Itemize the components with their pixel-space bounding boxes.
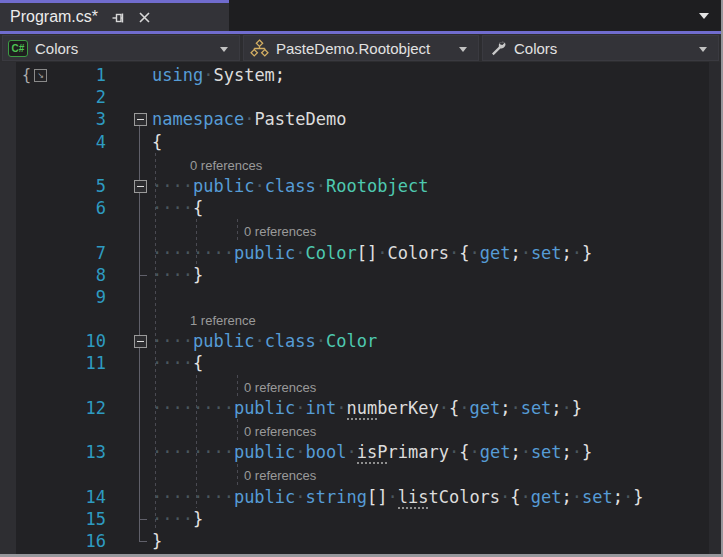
code-line[interactable]: ········public·int·numberKey·{·get;·set;… [152, 397, 582, 419]
line-number[interactable]: 7 [0, 242, 110, 264]
codelens-link[interactable]: 1 reference [152, 313, 256, 328]
code-line[interactable]: } [152, 530, 162, 552]
code-row: 12········public·int·numberKey·{·get;·se… [0, 397, 709, 419]
code-row: 3namespace·PasteDemo [0, 108, 709, 130]
line-number[interactable]: 16 [0, 530, 110, 552]
codelens-row: 0 references [0, 219, 709, 241]
outline-margin [110, 419, 152, 441]
code-line[interactable]: { [152, 131, 162, 153]
outline-margin [110, 352, 152, 374]
vs-editor-window: Program.cs* C# [0, 0, 723, 557]
codelens-row: 0 references [0, 419, 709, 441]
line-number[interactable]: 10 [0, 330, 110, 352]
vertical-scrollbar[interactable] [709, 62, 721, 554]
project-dropdown[interactable]: C# Colors [2, 35, 240, 61]
editor-rows: 1using·System;23namespace·PasteDemo4{0 r… [0, 64, 709, 552]
line-number[interactable]: 2 [0, 86, 110, 108]
outline-margin [110, 330, 152, 352]
outline-margin [110, 308, 152, 330]
code-line[interactable]: ····} [152, 264, 203, 286]
document-tab[interactable]: Program.cs* [0, 3, 229, 31]
line-number[interactable]: 1 [0, 64, 110, 86]
line-number[interactable]: 8 [0, 264, 110, 286]
code-row: 1using·System; [0, 64, 709, 86]
outline-margin [110, 441, 152, 463]
code-line[interactable]: ····{ [152, 197, 203, 219]
codelens-row: 0 references [0, 463, 709, 485]
line-number[interactable]: 13 [0, 441, 110, 463]
type-dropdown[interactable]: PasteDemo.Rootobject [243, 35, 479, 61]
project-dropdown-label: Colors [35, 40, 78, 57]
outline-margin [110, 530, 152, 552]
outline-margin [110, 286, 152, 308]
code-line[interactable]: ····public·class·Color [152, 330, 377, 352]
line-number[interactable]: 11 [0, 352, 110, 374]
outline-margin [110, 463, 152, 485]
member-dropdown[interactable]: Colors [482, 35, 719, 61]
outline-margin [110, 375, 152, 397]
code-row: 9 [0, 286, 709, 308]
outline-margin [110, 508, 152, 530]
member-dropdown-label: Colors [514, 40, 557, 57]
fold-collapse-box[interactable] [134, 113, 147, 126]
codelens-row: 1 reference [0, 308, 709, 330]
codelens-row: 0 references [0, 153, 709, 175]
fold-collapse-box[interactable] [134, 180, 147, 193]
chevron-down-icon [220, 47, 228, 52]
class-icon [250, 39, 269, 58]
editor[interactable]: { ↘ 1using·System;23namespace·PasteDemo4… [0, 62, 721, 554]
codelens-link[interactable]: 0 references [152, 380, 316, 395]
line-number[interactable]: 12 [0, 397, 110, 419]
line-number[interactable]: 3 [0, 108, 110, 130]
code-line[interactable]: ········public·string[]·listColors·{·get… [152, 486, 644, 508]
type-dropdown-label: PasteDemo.Rootobject [276, 40, 430, 57]
code-row: 16} [0, 530, 709, 552]
code-row: 5····public·class·Rootobject [0, 175, 709, 197]
outline-margin [110, 219, 152, 241]
code-line[interactable]: ········public·bool·isPrimary·{·get;·set… [152, 441, 592, 463]
brace-indicator-icon: { ↘ [22, 66, 47, 84]
close-icon[interactable] [136, 9, 152, 25]
codelens-link[interactable]: 0 references [152, 224, 316, 239]
outline-margin [110, 86, 152, 108]
outline-margin [110, 108, 152, 130]
code-line[interactable]: ········public·Color[]·Colors·{·get;·set… [152, 242, 592, 264]
line-number[interactable]: 15 [0, 508, 110, 530]
outline-margin [110, 175, 152, 197]
fold-collapse-box[interactable] [134, 335, 147, 348]
outline-margin [110, 197, 152, 219]
code-row: 6····{ [0, 197, 709, 219]
outline-margin [110, 153, 152, 175]
outline-margin [110, 64, 152, 86]
code-row: 4{ [0, 131, 709, 153]
code-line[interactable]: namespace·PasteDemo [152, 108, 347, 130]
codelens-link[interactable]: 0 references [152, 158, 262, 173]
outline-margin [110, 486, 152, 508]
outline-margin [110, 131, 152, 153]
code-row: 15····} [0, 508, 709, 530]
line-number[interactable]: 6 [0, 197, 110, 219]
wrench-icon [490, 40, 507, 57]
code-row: 11····{ [0, 352, 709, 374]
line-number[interactable]: 5 [0, 175, 110, 197]
code-line[interactable]: ····{ [152, 352, 203, 374]
code-line[interactable]: ····} [152, 508, 203, 530]
chevron-down-icon [459, 47, 467, 52]
codelens-link[interactable]: 0 references [152, 424, 316, 439]
outline-margin [110, 397, 152, 419]
tab-bar: Program.cs* [0, 0, 723, 31]
csharp-project-icon: C# [8, 40, 28, 57]
codelens-row: 0 references [0, 375, 709, 397]
line-number[interactable]: 9 [0, 286, 110, 308]
pin-icon[interactable] [110, 9, 126, 25]
outline-margin [110, 264, 152, 286]
codelens-link[interactable]: 0 references [152, 468, 316, 483]
line-number[interactable]: 4 [0, 131, 110, 153]
code-line[interactable]: ····public·class·Rootobject [152, 175, 428, 197]
code-row: 13········public·bool·isPrimary·{·get;·s… [0, 441, 709, 463]
line-number[interactable]: 14 [0, 486, 110, 508]
code-line[interactable]: using·System; [152, 64, 285, 86]
code-row: 8····} [0, 264, 709, 286]
tab-list-chevron-icon[interactable] [699, 13, 709, 19]
outline-margin [110, 242, 152, 264]
